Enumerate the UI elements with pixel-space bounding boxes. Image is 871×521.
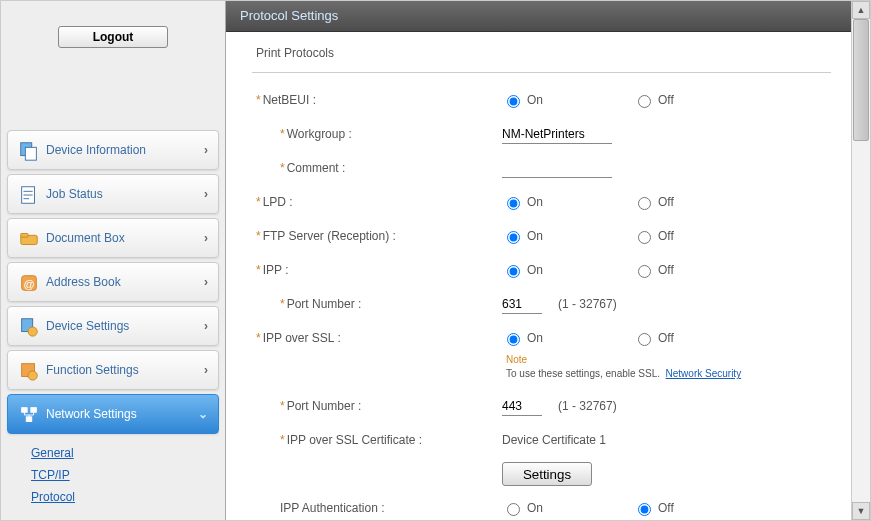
sidebar-item-label: Job Status: [46, 187, 103, 201]
scroll-track[interactable]: [852, 19, 870, 502]
ipp-auth-on-radio[interactable]: On: [502, 500, 543, 516]
ipp-ssl-off-radio[interactable]: Off: [633, 330, 674, 346]
chevron-right-icon: ›: [204, 275, 208, 289]
label-ipp-ssl: IPP over SSL :: [252, 331, 502, 345]
ipp-port-input[interactable]: [502, 295, 542, 314]
svg-rect-11: [22, 408, 28, 413]
ipp-ssl-port-input[interactable]: [502, 397, 542, 416]
note-block: Note To use these settings, enable SSL. …: [506, 353, 831, 381]
port-range-text: (1 - 32767): [558, 399, 617, 413]
sidebar-item-label: Device Settings: [46, 319, 129, 333]
sidebar-item-label: Device Information: [46, 143, 146, 157]
label-ipp: IPP :: [252, 263, 502, 277]
scroll-down-icon[interactable]: ▼: [852, 502, 870, 520]
sidebar-submenu: General TCP/IP Protocol: [1, 436, 225, 514]
scroll-thumb[interactable]: [853, 19, 869, 141]
sidebar-item-address-book[interactable]: @ Address Book ›: [7, 262, 219, 302]
note-link-network-security[interactable]: Network Security: [666, 368, 742, 379]
ipp-on-radio[interactable]: On: [502, 262, 543, 278]
scroll-up-icon[interactable]: ▲: [852, 1, 870, 19]
note-title: Note: [506, 354, 527, 365]
chevron-right-icon: ›: [204, 363, 208, 377]
label-ipp-auth: IPP Authentication :: [252, 501, 502, 515]
note-text: To use these settings, enable SSL.: [506, 368, 660, 379]
label-lpd: LPD :: [252, 195, 502, 209]
label-ipp-ssl-cert: IPP over SSL Certificate :: [252, 433, 502, 447]
label-ipp-ssl-port: Port Number :: [252, 399, 502, 413]
scrollbar[interactable]: ▲ ▼: [851, 1, 870, 520]
settings-button[interactable]: Settings: [502, 462, 592, 486]
ftp-on-radio[interactable]: On: [502, 228, 543, 244]
ipp-auth-off-radio[interactable]: Off: [633, 500, 674, 516]
label-netbeui: NetBEUI :: [252, 93, 502, 107]
lpd-off-radio[interactable]: Off: [633, 194, 674, 210]
sidebar-item-label: Function Settings: [46, 363, 139, 377]
sidebar: Logout Device Information › Job Status ›: [1, 1, 226, 520]
sidebar-item-device-information[interactable]: Device Information ›: [7, 130, 219, 170]
chevron-right-icon: ›: [204, 143, 208, 157]
section-title: Print Protocols: [252, 42, 831, 73]
workgroup-input[interactable]: [502, 125, 612, 144]
svg-point-8: [28, 327, 37, 336]
chevron-down-icon: ⌄: [198, 407, 208, 421]
sidebar-menu: Device Information › Job Status › Docume…: [1, 128, 225, 514]
svg-rect-1: [25, 147, 36, 160]
sublink-tcpip[interactable]: TCP/IP: [31, 464, 225, 486]
svg-rect-4: [21, 234, 28, 238]
main: Protocol Settings Print Protocols NetBEU…: [226, 1, 851, 520]
svg-rect-13: [26, 417, 32, 422]
page-title: Protocol Settings: [226, 1, 851, 32]
sidebar-item-device-settings[interactable]: Device Settings ›: [7, 306, 219, 346]
sublink-protocol[interactable]: Protocol: [31, 486, 225, 508]
function-settings-icon: [18, 360, 40, 380]
ftp-off-radio[interactable]: Off: [633, 228, 674, 244]
ipp-off-radio[interactable]: Off: [633, 262, 674, 278]
label-workgroup: Workgroup :: [252, 127, 502, 141]
label-ipp-port: Port Number :: [252, 297, 502, 311]
network-settings-icon: [18, 404, 40, 424]
sidebar-item-label: Address Book: [46, 275, 121, 289]
chevron-right-icon: ›: [204, 231, 208, 245]
lpd-on-radio[interactable]: On: [502, 194, 543, 210]
device-information-icon: [18, 140, 40, 160]
sidebar-item-job-status[interactable]: Job Status ›: [7, 174, 219, 214]
device-settings-icon: [18, 316, 40, 336]
svg-rect-12: [31, 408, 37, 413]
comment-input[interactable]: [502, 159, 612, 178]
sublink-general[interactable]: General: [31, 442, 225, 464]
document-box-icon: [18, 228, 40, 248]
netbeui-off-radio[interactable]: Off: [633, 92, 674, 108]
job-status-icon: [18, 184, 40, 204]
sidebar-item-document-box[interactable]: Document Box ›: [7, 218, 219, 258]
sidebar-item-label: Network Settings: [46, 407, 137, 421]
chevron-right-icon: ›: [204, 187, 208, 201]
chevron-right-icon: ›: [204, 319, 208, 333]
netbeui-on-radio[interactable]: On: [502, 92, 543, 108]
sidebar-item-label: Document Box: [46, 231, 125, 245]
svg-point-10: [28, 371, 37, 380]
content: Print Protocols NetBEUI : On Off Workgro…: [226, 32, 851, 520]
sidebar-item-network-settings[interactable]: Network Settings ⌄: [7, 394, 219, 434]
logout-button[interactable]: Logout: [58, 26, 168, 48]
port-range-text: (1 - 32767): [558, 297, 617, 311]
sidebar-item-function-settings[interactable]: Function Settings ›: [7, 350, 219, 390]
address-book-icon: @: [18, 272, 40, 292]
label-ftp: FTP Server (Reception) :: [252, 229, 502, 243]
svg-text:@: @: [23, 278, 34, 290]
label-comment: Comment :: [252, 161, 502, 175]
cert-value: Device Certificate 1: [502, 433, 606, 447]
ipp-ssl-on-radio[interactable]: On: [502, 330, 543, 346]
